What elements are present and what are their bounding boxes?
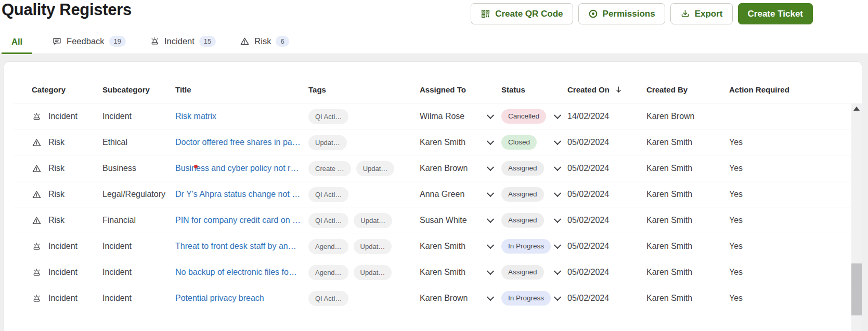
tags-cell: Agend…Updat… (308, 239, 420, 254)
table-row[interactable]: Risk Ethical Doctor offered free shares … (4, 129, 862, 155)
register-tabs: All Feedback 19 Incident 15 Risk 6 (2, 32, 293, 54)
status-badge: Assigned (501, 213, 544, 228)
created-on-cell: 05/02/2024 (567, 164, 646, 173)
title-link[interactable]: Doctor offered free shares in pa… (175, 138, 301, 147)
table-row[interactable]: Incident Incident Risk matrix QI Acti… W… (4, 103, 862, 129)
action-required-cell: Yes (729, 138, 862, 147)
status-dropdown-chevron-icon[interactable] (554, 294, 561, 301)
status-dropdown-chevron-icon[interactable] (554, 112, 561, 119)
assigned-to-value: Anna Green (420, 190, 464, 199)
created-on-cell: 05/02/2024 (567, 190, 646, 199)
sort-descending-arrow-icon[interactable] (614, 85, 623, 94)
column-header-status[interactable]: Status (501, 85, 567, 94)
category-cell: Incident (48, 294, 77, 303)
create-ticket-label: Create Ticket (748, 9, 803, 19)
assigned-to-value: Karen Smith (420, 138, 465, 147)
tab-risk[interactable]: Risk 6 (236, 36, 293, 54)
tab-risk-label: Risk (254, 36, 271, 46)
feedback-count-badge: 19 (109, 36, 126, 47)
created-on-cell: 05/02/2024 (567, 216, 646, 225)
export-button[interactable]: Export (670, 3, 733, 24)
incident-count-badge: 15 (199, 36, 216, 47)
status-dropdown-chevron-icon[interactable] (554, 164, 561, 171)
tags-cell: Updat… (308, 135, 420, 150)
incident-alarm-icon (150, 36, 160, 46)
assigned-to-dropdown-chevron-icon[interactable] (487, 190, 494, 197)
table-row[interactable]: Incident Incident No backup of electroni… (4, 259, 862, 285)
table-row[interactable]: Incident Incident Potential privacy brea… (4, 285, 862, 311)
assigned-to-value: Karen Smith (420, 242, 465, 251)
assigned-to-value: Susan White (420, 216, 467, 225)
status-dropdown-chevron-icon[interactable] (554, 268, 561, 275)
tags-cell: QI Acti… (308, 187, 420, 202)
column-header-created-on[interactable]: Created On (567, 85, 646, 94)
table-row[interactable]: Risk Business Business and cyber policy … (4, 155, 862, 181)
page-header: Quality Registers Create QR Code Permiss… (0, 0, 868, 54)
scrollbar-thumb[interactable] (851, 263, 862, 315)
tab-all[interactable]: All (2, 37, 32, 54)
table-row[interactable]: Risk Financial PIN for company credit ca… (4, 207, 862, 233)
assigned-to-dropdown-chevron-icon[interactable] (487, 138, 494, 145)
assigned-to-dropdown-chevron-icon[interactable] (487, 216, 494, 223)
column-header-assigned-to[interactable]: Assigned To (420, 85, 501, 94)
table-row[interactable]: Risk Legal/Regulatory Dr Y's Ahpra statu… (4, 181, 862, 207)
column-header-tags[interactable]: Tags (308, 85, 420, 94)
column-header-title[interactable]: Title (175, 85, 308, 94)
status-dropdown-chevron-icon[interactable] (554, 138, 561, 145)
title-link[interactable]: Potential privacy breach (175, 294, 264, 303)
scroll-up-arrow-icon (853, 107, 860, 111)
table-row[interactable]: Incident Incident Threat to front desk s… (4, 233, 862, 259)
category-cell: Risk (48, 164, 64, 173)
assigned-to-dropdown-chevron-icon[interactable] (487, 112, 494, 119)
category-icon (32, 164, 42, 174)
column-header-action-required[interactable]: Action Required (729, 85, 862, 94)
subcategory-cell: Ethical (102, 138, 175, 147)
tag-pill: Updat… (354, 213, 392, 228)
action-required-cell: Yes (729, 216, 862, 225)
subcategory-cell: Legal/Regulatory (102, 190, 175, 199)
title-link[interactable]: Dr Y's Ahpra status change not … (175, 190, 300, 199)
column-header-category[interactable]: Category (32, 85, 102, 94)
assigned-to-dropdown-chevron-icon[interactable] (487, 164, 494, 171)
created-on-cell: 05/02/2024 (567, 268, 646, 277)
status-badge: Closed (501, 135, 537, 150)
assigned-to-dropdown-chevron-icon[interactable] (487, 268, 494, 275)
tab-incident-label: Incident (164, 36, 195, 46)
created-on-cell: 05/02/2024 (567, 138, 646, 147)
created-by-cell: Karen Smith (646, 138, 729, 147)
status-dropdown-chevron-icon[interactable] (554, 190, 561, 197)
title-link[interactable]: Risk matrix (175, 112, 216, 121)
title-link[interactable]: Threat to front desk staff by an… (175, 242, 296, 251)
status-badge: In Progress (501, 239, 551, 254)
tags-cell: Create …Updat… (308, 161, 420, 176)
status-badge: Assigned (501, 187, 544, 202)
vertical-scrollbar[interactable] (851, 103, 862, 331)
created-by-cell: Karen Smith (646, 294, 729, 303)
assigned-to-dropdown-chevron-icon[interactable] (487, 242, 494, 249)
tag-pill: QI Acti… (308, 291, 348, 306)
status-dropdown-chevron-icon[interactable] (554, 216, 561, 223)
tag-pill: QI Acti… (308, 213, 348, 228)
title-link[interactable]: No backup of electronic files fo… (175, 268, 297, 277)
permissions-label: Permissions (603, 9, 655, 19)
action-required-cell: Yes (729, 268, 862, 277)
assigned-to-dropdown-chevron-icon[interactable] (487, 294, 494, 301)
tag-pill: Updat… (356, 161, 395, 176)
create-qr-code-button[interactable]: Create QR Code (471, 3, 573, 24)
tab-incident[interactable]: Incident 15 (146, 36, 220, 54)
action-required-cell: Yes (729, 294, 862, 303)
subcategory-cell: Incident (102, 242, 175, 251)
subcategory-cell: Business (102, 164, 175, 173)
tab-feedback[interactable]: Feedback 19 (48, 36, 130, 54)
category-icon (32, 294, 42, 303)
category-icon (32, 242, 42, 251)
permissions-button[interactable]: Permissions (578, 3, 665, 24)
scroll-up-button[interactable] (851, 103, 862, 114)
table-header-row: Category Subcategory Title Tags Assigned… (4, 62, 862, 103)
status-dropdown-chevron-icon[interactable] (554, 242, 561, 249)
column-header-created-by[interactable]: Created By (646, 85, 729, 94)
column-header-subcategory[interactable]: Subcategory (102, 85, 175, 94)
title-link[interactable]: PIN for company credit card on … (175, 216, 301, 225)
create-ticket-button[interactable]: Create Ticket (738, 3, 813, 24)
category-cell: Incident (48, 268, 77, 277)
